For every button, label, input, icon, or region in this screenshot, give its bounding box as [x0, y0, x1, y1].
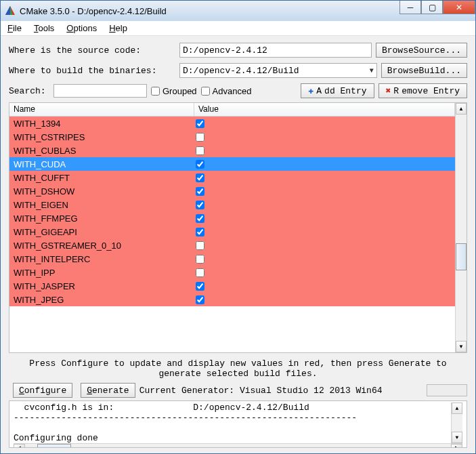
- option-value[interactable]: [194, 160, 455, 169]
- chevron-down-icon: ▼: [370, 67, 374, 75]
- source-input[interactable]: [179, 43, 372, 58]
- option-name: WITH_EIGEN: [9, 200, 194, 210]
- table-row[interactable]: WITH_CSTRIPES: [9, 130, 455, 144]
- option-checkbox[interactable]: [196, 255, 204, 264]
- menubar: File Tools Options Help: [1, 21, 475, 36]
- generate-button[interactable]: Generate: [81, 383, 135, 398]
- output-text[interactable]: cvconfig.h is in: D:/opencv-2.4.12/Build…: [14, 403, 451, 443]
- option-value[interactable]: [194, 295, 455, 304]
- option-name: WITH_1394: [9, 119, 194, 129]
- option-name: WITH_CUBLAS: [9, 146, 194, 156]
- option-value[interactable]: [194, 228, 455, 236]
- table-row[interactable]: WITH_EIGEN: [9, 198, 455, 211]
- table-row[interactable]: WITH_JASPER: [9, 279, 455, 293]
- menu-tools[interactable]: Tools: [34, 23, 54, 33]
- plus-icon: ✚: [308, 85, 313, 96]
- add-entry-button[interactable]: ✚Add Entry: [301, 83, 374, 98]
- search-label: Search:: [9, 86, 49, 96]
- option-value[interactable]: [194, 268, 455, 277]
- option-checkbox[interactable]: [196, 173, 204, 182]
- option-name: WITH_FFMPEG: [9, 213, 194, 224]
- scroll-thumb[interactable]: [456, 243, 467, 270]
- option-checkbox[interactable]: [196, 133, 204, 142]
- remove-entry-button[interactable]: ✖Remove Entry: [378, 83, 467, 98]
- build-label: Where to build the binaries:: [9, 66, 179, 76]
- option-checkbox[interactable]: [196, 295, 204, 304]
- option-value[interactable]: [194, 133, 455, 142]
- output-panel: cvconfig.h is in: D:/opencv-2.4.12/Build…: [9, 400, 467, 448]
- table-row[interactable]: WITH_GSTREAMER_0_10: [9, 239, 455, 252]
- option-value[interactable]: [194, 119, 455, 128]
- generator-label: Current Generator: Visual Studio 12 2013…: [139, 386, 383, 396]
- scroll-down-icon[interactable]: ▼: [456, 341, 467, 352]
- table-row[interactable]: WITH_INTELPERC: [9, 252, 455, 266]
- output-vscroll[interactable]: ▲ ▼: [451, 403, 462, 443]
- table-scrollbar[interactable]: ▲ ▼: [455, 103, 467, 352]
- table-row[interactable]: WITH_IPP: [9, 266, 455, 279]
- table-row[interactable]: WITH_CUBLAS: [9, 144, 455, 157]
- option-checkbox[interactable]: [196, 201, 204, 209]
- table-row[interactable]: WITH_FFMPEG: [9, 211, 455, 225]
- menu-help[interactable]: Help: [109, 23, 127, 33]
- option-value[interactable]: [194, 187, 455, 196]
- browse-build-button[interactable]: Browse Build...: [381, 63, 467, 78]
- x-icon: ✖: [386, 85, 391, 96]
- option-checkbox[interactable]: [196, 268, 204, 277]
- scroll-up-icon[interactable]: ▲: [456, 103, 467, 115]
- option-name: WITH_IPP: [9, 268, 194, 278]
- table-row[interactable]: WITH_GIGEAPI: [9, 225, 455, 239]
- svg-marker-2: [5, 6, 10, 15]
- table-row[interactable]: WITH_JPEG: [9, 293, 455, 306]
- option-name: WITH_GIGEAPI: [9, 227, 194, 237]
- option-name: WITH_JPEG: [9, 295, 194, 305]
- search-input[interactable]: [53, 84, 147, 98]
- menu-file[interactable]: File: [7, 23, 22, 33]
- progress-bar: [427, 384, 467, 396]
- browse-source-button[interactable]: Browse Source...: [376, 43, 467, 58]
- close-button[interactable]: ✕: [443, 1, 475, 14]
- option-checkbox[interactable]: [196, 228, 204, 236]
- minimize-button[interactable]: ─: [399, 1, 421, 14]
- window-title: CMake 3.5.0 - D:/opencv-2.4.12/Build: [20, 6, 399, 16]
- option-checkbox[interactable]: [196, 282, 204, 291]
- advanced-checkbox[interactable]: Advanced: [201, 86, 252, 96]
- option-checkbox[interactable]: [196, 119, 204, 128]
- menu-options[interactable]: Options: [66, 23, 97, 33]
- option-checkbox[interactable]: [196, 241, 204, 250]
- column-value[interactable]: Value: [194, 103, 455, 116]
- output-hscroll[interactable]: ◀ ▶: [14, 443, 462, 448]
- table-row[interactable]: WITH_CUDA: [9, 157, 455, 171]
- build-value: D:/opencv-2.4.12/Build: [183, 66, 299, 76]
- option-name: WITH_INTELPERC: [9, 254, 194, 264]
- table-row[interactable]: WITH_CUFFT: [9, 171, 455, 184]
- maximize-button[interactable]: ▢: [421, 1, 443, 14]
- grouped-checkbox[interactable]: Grouped: [151, 86, 197, 96]
- option-name: WITH_DSHOW: [9, 186, 194, 197]
- option-value[interactable]: [194, 146, 455, 155]
- option-name: WITH_GSTREAMER_0_10: [9, 241, 194, 251]
- option-value[interactable]: [194, 214, 455, 223]
- option-checkbox[interactable]: [196, 160, 204, 169]
- option-value[interactable]: [194, 201, 455, 209]
- options-table: Name Value WITH_1394WITH_CSTRIPESWITH_CU…: [9, 102, 467, 353]
- option-name: WITH_CUDA: [9, 159, 194, 169]
- configure-button[interactable]: Configure: [13, 383, 72, 398]
- titlebar[interactable]: CMake 3.5.0 - D:/opencv-2.4.12/Build ─ ▢…: [1, 1, 475, 21]
- app-icon: [5, 5, 16, 16]
- option-checkbox[interactable]: [196, 187, 204, 196]
- option-name: WITH_JASPER: [9, 281, 194, 291]
- option-checkbox[interactable]: [196, 214, 204, 223]
- hint-text: Press Configure to update and display ne…: [9, 358, 467, 379]
- source-label: Where is the source code:: [9, 45, 179, 56]
- build-combo[interactable]: D:/opencv-2.4.12/Build ▼: [179, 63, 377, 78]
- option-value[interactable]: [194, 173, 455, 182]
- option-value[interactable]: [194, 255, 455, 264]
- option-value[interactable]: [194, 241, 455, 250]
- option-name: WITH_CUFFT: [9, 173, 194, 183]
- option-value[interactable]: [194, 282, 455, 291]
- option-name: WITH_CSTRIPES: [9, 132, 194, 142]
- table-row[interactable]: WITH_DSHOW: [9, 184, 455, 198]
- option-checkbox[interactable]: [196, 146, 204, 155]
- column-name[interactable]: Name: [9, 103, 194, 116]
- table-row[interactable]: WITH_1394: [9, 117, 455, 130]
